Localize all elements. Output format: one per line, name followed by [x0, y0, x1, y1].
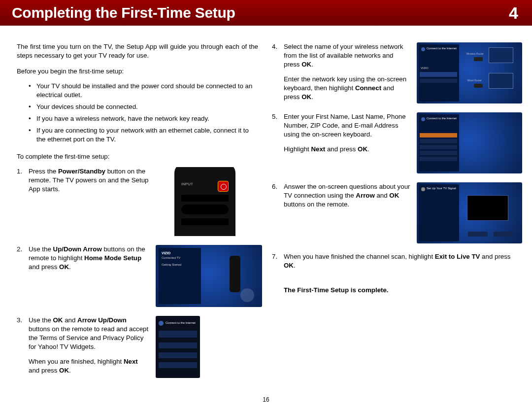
text: . — [311, 93, 313, 101]
before-list: Your TV should be installed and the powe… — [17, 82, 258, 147]
globe-icon — [421, 117, 425, 121]
text: . — [69, 263, 71, 271]
bold: OK — [59, 367, 69, 374]
complete-lead: To complete the first-time setup: — [17, 152, 258, 161]
fig-label: Getting Started — [162, 263, 181, 267]
figure-home-mode: VIZIO Connected TV Getting Started — [156, 245, 262, 307]
text: buttons on the remote to read and accept… — [29, 325, 148, 350]
bold: Home Mode Setup — [84, 254, 141, 262]
text: Highlight — [284, 145, 311, 153]
fig-label: VIZIO — [421, 66, 429, 70]
text: buttons on the remote. — [284, 201, 349, 208]
router-icon — [474, 84, 483, 88]
bold: OK — [53, 316, 63, 324]
text: When you are finished, highlight — [29, 358, 124, 365]
bold: Arrow Up/Down — [77, 316, 127, 324]
bold: Next — [124, 358, 138, 365]
before-item: If you are connecting to your network wi… — [29, 126, 258, 144]
text: and press — [325, 145, 358, 153]
bold: OK — [358, 145, 367, 153]
bold: OK — [389, 192, 399, 199]
before-item: If you have a wireless network, have the… — [29, 114, 258, 123]
step-4: Select the name of your wireless network… — [272, 42, 513, 103]
tv-icon — [489, 47, 513, 63]
before-item: Your TV should be installed and the powe… — [29, 82, 258, 100]
right-column: Select the name of your wireless network… — [272, 42, 513, 387]
step-3-text: Use the OK and Arrow Up/Down buttons on … — [29, 316, 150, 375]
step-5: Enter your First Name, Last Name, Phone … — [272, 112, 513, 173]
power-icon — [218, 181, 229, 192]
fig-label: Connect to the Internet — [427, 116, 457, 120]
fig-label: Wireless Router — [466, 52, 484, 56]
bold: Next — [311, 145, 325, 153]
tv-icon — [489, 73, 513, 89]
before-item: Your devices should be connected. — [29, 103, 258, 111]
text: Use the — [29, 316, 53, 324]
text: and — [63, 316, 77, 324]
steps-right: Select the name of your wireless network… — [272, 42, 513, 279]
step-2-text: Use the Up/Down Arrow buttons on the rem… — [29, 245, 150, 272]
step-3: Use the OK and Arrow Up/Down buttons on … — [17, 316, 258, 378]
fig-label: Wired Router — [467, 79, 482, 82]
text: and press — [29, 367, 59, 374]
bold: Power/Standby — [58, 168, 105, 175]
globe-icon — [421, 47, 425, 51]
before-lead: Before you begin the first-time setup: — [17, 67, 258, 76]
bold: Up/Down Arrow — [53, 245, 102, 253]
tv-icon — [467, 195, 508, 221]
text: . — [367, 145, 369, 153]
fig-label: Connected TV — [162, 256, 180, 260]
complete-message: The First-Time Setup is complete. — [272, 286, 513, 295]
text: . — [69, 367, 71, 374]
step-1-text: Press the Power/Standby button on the re… — [29, 167, 150, 194]
text: Use the — [29, 245, 53, 253]
figure-terms: Connect to the Internet — [156, 316, 200, 378]
bold: Exit to Live TV — [435, 253, 480, 260]
text: . — [294, 262, 296, 269]
page-number: 16 — [0, 396, 532, 403]
chapter-header: Completing the First-Time Setup 4 — [0, 0, 532, 26]
text: Enter your First Name, Last Name, Phone … — [284, 112, 411, 139]
text: When you have finished the channel scan,… — [284, 253, 435, 260]
step-1: Press the Power/Standby button on the re… — [17, 167, 258, 236]
figure-tv-signal: Set Up Your TV Signal — [417, 182, 522, 243]
gear-icon — [421, 187, 425, 191]
bold: OK — [301, 61, 311, 68]
input-label: INPUT — [181, 182, 193, 187]
fig-label: Set Up Your TV Signal — [427, 186, 456, 190]
router-icon — [474, 57, 483, 61]
bold: OK — [59, 263, 69, 271]
bold: OK — [284, 262, 294, 269]
chapter-title: Completing the First-Time Setup — [12, 4, 235, 21]
fig-label: Connect to the Internet — [427, 46, 457, 50]
bold: Connect — [355, 84, 381, 92]
figure-remote: INPUT — [156, 167, 259, 236]
step-6: Answer the on-screen questions about you… — [272, 182, 513, 243]
fig-label: Connect to the Internet — [166, 321, 196, 325]
bold: OK — [301, 93, 311, 101]
circle-icon — [240, 288, 254, 302]
step-7-text: When you have finished the channel scan,… — [284, 252, 513, 270]
globe-icon — [159, 321, 164, 326]
text: . — [311, 61, 313, 68]
left-column: The first time you turn on the TV, the S… — [17, 42, 258, 387]
intro-paragraph: The first time you turn on the TV, the S… — [17, 42, 258, 60]
step-4-text: Select the name of your wireless network… — [284, 42, 411, 102]
bold: Arrow — [356, 192, 374, 199]
mini-remote-icon — [230, 256, 240, 292]
figure-network: Connect to the Internet VIZIO Wireless R… — [417, 42, 522, 103]
figure-register: Connect to the Internet — [417, 112, 522, 173]
step-6-text: Answer the on-screen questions about you… — [284, 182, 411, 209]
step-7: When you have finished the channel scan,… — [272, 252, 513, 270]
step-2: Use the Up/Down Arrow buttons on the rem… — [17, 245, 258, 307]
chapter-number: 4 — [509, 3, 518, 23]
text: and press — [29, 263, 59, 271]
text: and — [375, 192, 390, 199]
fig-label: VIZIO — [162, 251, 170, 255]
step-5-text: Enter your First Name, Last Name, Phone … — [284, 112, 411, 154]
page-content: The first time you turn on the TV, the S… — [0, 26, 532, 387]
text: Press the — [29, 168, 58, 175]
text: and press — [480, 253, 510, 260]
steps-left: Press the Power/Standby button on the re… — [17, 167, 258, 387]
